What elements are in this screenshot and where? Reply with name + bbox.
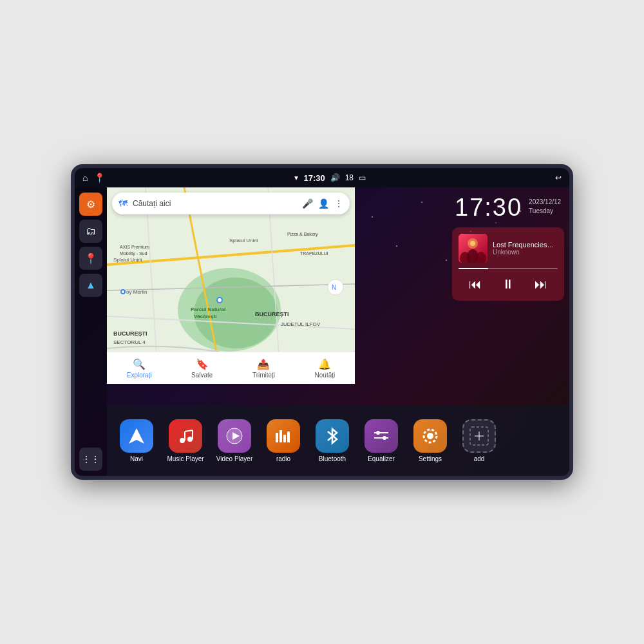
maps-status-icon[interactable]: 📍 [94, 173, 105, 183]
volume-icon: 🔊 [330, 173, 340, 182]
svg-text:Parcul Natural: Parcul Natural [191, 307, 225, 312]
svg-text:BUCUREȘTI: BUCUREȘTI [255, 311, 289, 317]
app-equalizer[interactable]: Equalizer [358, 419, 404, 462]
clock-display: 17:30 2023/12/12 Tuesday [455, 195, 562, 220]
sidebar-settings-btn[interactable]: ⚙ [79, 193, 102, 216]
svg-rect-49 [283, 435, 286, 442]
svg-line-44 [185, 430, 193, 431]
svg-text:TRAPEZULUI: TRAPEZULUI [300, 251, 328, 256]
account-icon[interactable]: 👤 [318, 198, 329, 209]
settings-sidebar-icon: ⚙ [86, 198, 95, 211]
sidebar: ⚙ 🗂 📍 ▲ ⋮⋮ [75, 187, 107, 476]
saved-label: Salvate [191, 372, 213, 379]
explore-icon: 🔍 [133, 358, 146, 370]
news-btn[interactable]: 🔔 Noutăți [315, 358, 336, 379]
settings-icon [413, 419, 447, 453]
explore-label: Explorați [127, 372, 152, 379]
status-left: ⌂ 📍 [82, 173, 105, 183]
svg-rect-50 [287, 431, 290, 442]
music-player-icon [169, 419, 202, 453]
music-section: Lost Frequencies_Janie... Unknown ⏮ ⏸ ⏭ [452, 227, 564, 301]
svg-text:AXIS Premium: AXIS Premium [120, 245, 149, 249]
google-maps-icon: 🗺 [118, 198, 128, 209]
app-bluetooth[interactable]: Bluetooth [309, 419, 355, 462]
track-name: Lost Frequencies_Janie... [493, 241, 558, 249]
equalizer-label: Equalizer [368, 455, 395, 462]
svg-rect-47 [276, 433, 278, 442]
mic-icon[interactable]: 🎤 [302, 198, 313, 209]
nav-sidebar-icon: ▲ [86, 279, 96, 291]
device-frame: ⌂ 📍 ▾ 17:30 🔊 18 ▭ ↩ ⚙ [71, 164, 573, 480]
map-container[interactable]: Splaiul Unirii Splaiul Unirii TRAPEZULUI… [107, 187, 355, 384]
navi-icon [120, 419, 153, 453]
svg-text:Văcărești: Văcărești [194, 314, 217, 319]
svg-point-54 [383, 436, 386, 440]
status-bar: ⌂ 📍 ▾ 17:30 🔊 18 ▭ ↩ [75, 168, 569, 187]
news-label: Noutăți [315, 372, 336, 379]
music-info: Lost Frequencies_Janie... Unknown [459, 234, 558, 263]
svg-text:Mobility - Sud: Mobility - Sud [120, 251, 147, 256]
clock-date: 2023/12/12 Tuesday [529, 195, 561, 216]
clock-day: Tuesday [529, 207, 561, 216]
music-player-label: Music Player [167, 455, 204, 462]
add-icon [462, 419, 496, 453]
svg-text:Pizza & Bakery: Pizza & Bakery [287, 232, 318, 237]
send-label: Trimiteți [252, 372, 275, 379]
wifi-icon: ▾ [294, 173, 298, 182]
svg-text:Splaiul Unirii: Splaiul Unirii [229, 238, 258, 243]
music-controls: ⏮ ⏸ ⏭ [459, 274, 558, 294]
track-artist: Unknown [493, 249, 558, 256]
battery-level: 18 [345, 173, 354, 182]
time-display: 17:30 [303, 173, 325, 183]
svg-rect-48 [279, 430, 282, 442]
maps-sidebar-icon: 📍 [84, 252, 97, 265]
explore-btn[interactable]: 🔍 Explorați [127, 358, 152, 379]
sidebar-files-btn[interactable]: 🗂 [79, 220, 102, 243]
sidebar-nav-btn[interactable]: ▲ [79, 274, 102, 297]
app-add[interactable]: add [456, 419, 502, 462]
sidebar-grid-btn[interactable]: ⋮⋮ [79, 448, 102, 471]
clock-section: 17:30 2023/12/12 Tuesday [447, 187, 569, 227]
clock-time: 17:30 [455, 195, 522, 220]
svg-point-53 [376, 431, 380, 435]
grid-icon: ⋮⋮ [82, 454, 100, 464]
saved-icon: 🔖 [196, 358, 209, 370]
svg-text:N: N [332, 284, 336, 291]
svg-text:SECTORUL 4: SECTORUL 4 [113, 339, 146, 345]
back-icon[interactable]: ↩ [555, 173, 562, 182]
video-player-icon [218, 419, 251, 453]
app-radio[interactable]: radio [260, 419, 307, 462]
svg-point-20 [218, 298, 222, 302]
status-right: ↩ [555, 173, 562, 182]
map-bottom-bar: 🔍 Explorați 🔖 Salvate 📤 Trimiteți 🔔 Nout… [107, 352, 355, 384]
app-music-player[interactable]: Music Player [162, 419, 209, 462]
album-art [459, 234, 488, 263]
svg-text:oy Merlin: oy Merlin [126, 289, 147, 295]
prev-btn[interactable]: ⏮ [464, 274, 487, 294]
pause-btn[interactable]: ⏸ [497, 274, 520, 294]
progress-bar[interactable] [459, 268, 558, 269]
equalizer-icon [365, 419, 398, 453]
battery-icon: ▭ [359, 173, 366, 182]
home-icon[interactable]: ⌂ [82, 173, 88, 183]
progress-fill [459, 268, 488, 269]
map-search-bar[interactable]: 🗺 Căutați aici 🎤 👤 ⋮ [112, 193, 350, 214]
bluetooth-icon-img [316, 419, 349, 453]
search-text: Căutați aici [133, 199, 297, 208]
app-navi[interactable]: Navi [113, 419, 160, 462]
svg-point-40 [180, 438, 185, 443]
svg-marker-39 [129, 428, 144, 444]
bluetooth-label: Bluetooth [319, 455, 346, 462]
files-icon: 🗂 [86, 225, 96, 237]
status-center: ▾ 17:30 🔊 18 ▭ [294, 173, 366, 183]
sidebar-maps-btn[interactable]: 📍 [79, 247, 102, 270]
menu-icon[interactable]: ⋮ [334, 198, 343, 209]
saved-btn[interactable]: 🔖 Salvate [191, 358, 213, 379]
send-btn[interactable]: 📤 Trimiteți [252, 358, 275, 379]
svg-point-27 [122, 290, 124, 293]
app-settings[interactable]: Settings [407, 419, 453, 462]
next-btn[interactable]: ⏭ [529, 274, 553, 294]
svg-point-38 [470, 241, 475, 246]
app-video-player[interactable]: Video Player [211, 419, 258, 462]
clock-date-value: 2023/12/12 [529, 198, 561, 207]
